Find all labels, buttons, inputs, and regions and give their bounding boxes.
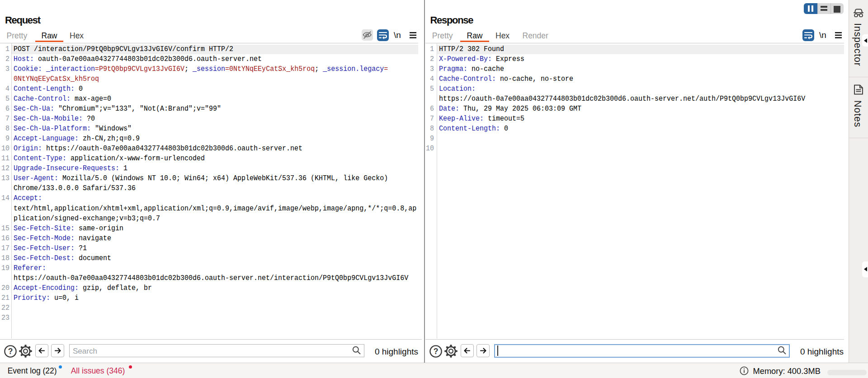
svg-text:?: ? — [8, 346, 13, 355]
svg-text:?: ? — [433, 346, 438, 355]
